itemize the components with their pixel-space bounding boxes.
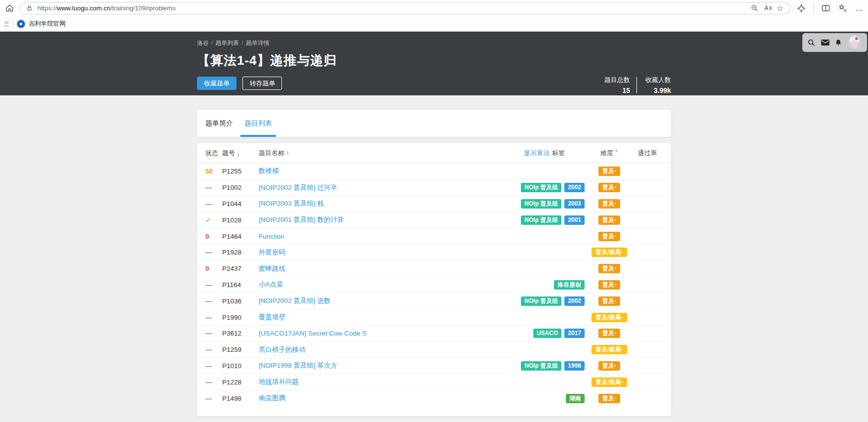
problem-id: P1259 — [222, 346, 259, 353]
table-row: 0 P1464 Function 普及- — [197, 228, 671, 244]
settings-more-icon[interactable]: … — [855, 4, 863, 12]
tag-badge[interactable]: NOIp 普及组 — [521, 361, 561, 371]
difficulty-badge[interactable]: 普及- — [598, 329, 620, 338]
problem-link[interactable]: [USACO17JAN] Secret Cow Code S — [259, 330, 366, 337]
problem-link[interactable]: 黑白棋子的移动 — [259, 345, 306, 354]
tag-badge[interactable]: USACO — [533, 329, 561, 338]
header-pid: 题号▲▼ — [222, 149, 259, 158]
url-text[interactable]: https://www.luogu.com.cn/training/109#pr… — [38, 4, 746, 12]
difficulty-badge[interactable]: 普及/提高- — [592, 313, 627, 322]
table-row: — P1259 黑白棋子的移动 普及/提高- — [197, 341, 671, 358]
collections-icon[interactable] — [838, 3, 848, 13]
training-stats: 题目总数 15 收藏人数 3.99k — [602, 76, 671, 94]
mail-icon[interactable] — [821, 39, 830, 46]
problem-link[interactable]: 数楼梯 — [259, 167, 279, 175]
clone-training-button[interactable]: 转存题单 — [242, 77, 282, 90]
sort-name-icon[interactable]: ▲▼ — [286, 151, 289, 155]
problem-id: P1464 — [222, 233, 259, 240]
tag-badge[interactable]: 2002 — [564, 296, 585, 306]
tag-list: NOIp 普及组2002 — [521, 183, 585, 192]
problem-link[interactable]: 覆盖墙壁 — [259, 313, 285, 322]
table-row: — P3612 [USACO17JAN] Secret Cow Code S U… — [197, 325, 671, 341]
difficulty-badge[interactable]: 普及- — [598, 167, 620, 176]
table-row: ✓ P1028 [NOIP2001 普及组] 数的计算 NOIp 普及组2001… — [197, 211, 671, 228]
site-info-lock-icon[interactable] — [26, 4, 33, 12]
bell-icon[interactable] — [834, 39, 842, 47]
breadcrumb-link[interactable]: 洛谷 — [197, 40, 209, 46]
tag-badge[interactable]: 2002 — [564, 183, 585, 192]
difficulty-badge[interactable]: 普及- — [598, 215, 620, 225]
add-favorite-star-icon[interactable]: ☆ — [777, 4, 784, 12]
problem-link[interactable]: 小A点菜 — [259, 280, 283, 289]
browser-essentials-icon[interactable] — [797, 4, 806, 13]
sort-difficulty-icon[interactable]: ▲▼ — [615, 149, 618, 158]
problem-link[interactable]: 外星密码 — [259, 248, 285, 257]
difficulty-badge[interactable]: 普及- — [598, 264, 620, 273]
address-bar[interactable]: https://www.luogu.com.cn/training/109#pr… — [19, 2, 790, 14]
tab-training-intro[interactable]: 题单简介 — [201, 110, 237, 137]
difficulty-badge[interactable]: 普及/提高- — [592, 345, 627, 354]
sort-pid-icon[interactable]: ▲▼ — [237, 153, 240, 158]
difficulty-badge[interactable]: 普及/提高- — [592, 248, 627, 257]
status-badge: — — [205, 249, 222, 256]
read-aloud-icon[interactable] — [763, 4, 772, 12]
header-status: 状态 — [205, 149, 222, 158]
status-badge: — — [205, 346, 222, 353]
table-row: — P1002 [NOIP2002 普及组] 过河卒 NOIp 普及组2002 … — [197, 179, 671, 196]
difficulty-badge[interactable]: 普及/提高- — [592, 378, 627, 387]
problem-link[interactable]: Function — [259, 233, 284, 240]
zoom-out-icon[interactable] — [750, 4, 759, 12]
problem-link[interactable]: [NOIP2002 普及组] 选数 — [259, 296, 331, 305]
status-badge: 50 — [205, 168, 222, 175]
tag-badge[interactable]: NOIp 普及组 — [521, 215, 561, 225]
tag-list: NOIp 普及组2001 — [521, 215, 585, 225]
stats-divider — [636, 77, 637, 93]
bookmark-item[interactable]: 吉利学院官网 — [29, 20, 66, 28]
status-badge: — — [205, 395, 222, 402]
tag-badge[interactable]: 2003 — [564, 199, 585, 209]
difficulty-badge[interactable]: 普及- — [598, 232, 620, 241]
browser-toolbar: https://www.luogu.com.cn/training/109#pr… — [0, 0, 868, 16]
difficulty-badge[interactable]: 普及- — [598, 296, 620, 306]
table-row: — P1044 [NOIP2003 普及组] 栈 NOIp 普及组2003 普及… — [197, 196, 671, 212]
problem-id: P3612 — [222, 330, 259, 337]
table-row: — P1498 南蛮图腾 湖南 普及- — [197, 390, 671, 406]
difficulty-badge[interactable]: 普及- — [598, 280, 620, 290]
tag-badge[interactable]: NOIp 普及组 — [521, 183, 561, 192]
toolbar-divider — [813, 4, 814, 12]
training-header: 洛谷/题单列表/题单详情 【算法1-4】递推与递归 收藏题单 转存题单 题目总数… — [0, 32, 868, 95]
clipped-bookmark-fragment[interactable]: 三 — [4, 20, 9, 28]
problem-link[interactable]: 蜜蜂路线 — [259, 264, 285, 273]
tag-badge[interactable]: NOIp 普及组 — [521, 296, 561, 306]
tag-badge[interactable]: NOIp 普及组 — [521, 199, 561, 209]
difficulty-badge[interactable]: 普及- — [598, 361, 620, 371]
table-row: — P1010 [NOIP1998 普及组] 幂次方 NOIp 普及组1998 … — [197, 358, 671, 374]
status-badge: — — [205, 362, 222, 370]
tab-problem-list[interactable]: 题目列表 — [240, 110, 276, 137]
breadcrumb-link[interactable]: 题单列表 — [215, 40, 239, 46]
problem-link[interactable]: 地毯填补问题 — [259, 378, 299, 386]
problem-link[interactable]: [NOIP2003 普及组] 栈 — [259, 199, 324, 208]
problem-link[interactable]: 南蛮图腾 — [259, 394, 285, 403]
show-algorithm-link[interactable]: 显示算法 — [524, 149, 550, 158]
problem-link[interactable]: [NOIP2002 普及组] 过河卒 — [259, 183, 337, 192]
tag-badge[interactable]: 湖南 — [566, 394, 585, 403]
tag-badge[interactable]: 2001 — [564, 215, 585, 225]
search-icon[interactable] — [807, 39, 816, 47]
tag-badge[interactable]: 1998 — [564, 361, 585, 371]
problem-link[interactable]: [NOIP1998 普及组] 幂次方 — [259, 361, 337, 370]
favorite-training-button[interactable]: 收藏题单 — [197, 77, 237, 90]
tag-list: 洛谷原创 — [554, 280, 585, 290]
status-badge: — — [205, 379, 222, 386]
split-screen-icon[interactable] — [821, 3, 830, 13]
problem-link[interactable]: [NOIP2001 普及组] 数的计算 — [259, 215, 344, 224]
problem-id: P1990 — [222, 314, 259, 321]
tag-badge[interactable]: 洛谷原创 — [554, 280, 585, 290]
difficulty-badge[interactable]: 普及- — [598, 183, 620, 192]
breadcrumb-current: 题单详情 — [246, 40, 270, 46]
user-avatar[interactable] — [847, 35, 862, 50]
difficulty-badge[interactable]: 普及- — [598, 199, 620, 209]
tag-badge[interactable]: 2017 — [564, 329, 585, 338]
home-icon[interactable] — [5, 3, 14, 13]
difficulty-badge[interactable]: 普及- — [598, 394, 620, 403]
